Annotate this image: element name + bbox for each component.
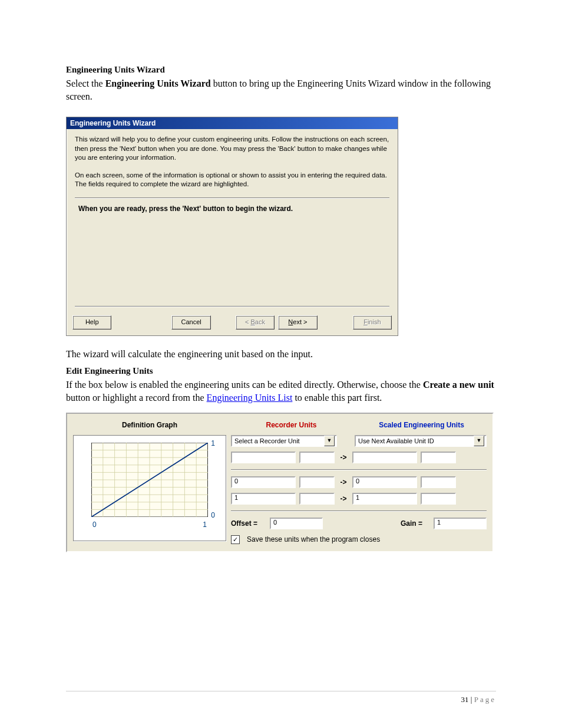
page-word: Page — [474, 695, 496, 704]
recorder-abbr-1-input[interactable] — [299, 452, 335, 463]
divider — [231, 469, 487, 470]
recorder-unit-2-input[interactable] — [299, 493, 335, 505]
scaled-unit-2-input[interactable] — [421, 493, 456, 505]
chevron-down-icon: ▼ — [324, 436, 335, 446]
map-arrow-icon: -> — [338, 453, 349, 462]
divider — [75, 197, 389, 199]
graph-svg — [91, 443, 208, 517]
wizard-title-text: Engineering Units Wizard — [70, 119, 156, 127]
text: inish — [368, 318, 381, 325]
text: B — [251, 318, 255, 325]
header-scaled-units: Scaled Engineering Units — [356, 421, 487, 429]
recorder-unit-select[interactable]: Select a Recorder Unit ▼ — [231, 435, 337, 447]
wizard-ready-text: When you are ready, press the 'Next' but… — [78, 205, 389, 213]
recorder-label-1-input[interactable] — [231, 452, 296, 463]
wizard-paragraph-1: This wizard will help you to define your… — [75, 135, 389, 163]
section-title-edit: Edit Engineering Units — [66, 366, 496, 376]
wizard-calc-paragraph: The wizard will calculate the engineerin… — [66, 348, 496, 361]
finish-button: Finish — [353, 315, 392, 330]
select-value: Select a Recorder Unit — [234, 437, 300, 444]
wizard-dialog: Engineering Units Wizard This wizard wil… — [66, 117, 398, 336]
wizard-intro-paragraph: Select the Engineering Units Wizard butt… — [66, 77, 496, 103]
edit-units-panel: Definition Graph Recorder Units Scaled E… — [66, 413, 494, 552]
text: ext > — [293, 318, 307, 325]
next-button[interactable]: Next > — [278, 315, 317, 330]
graph-xmax: 1 — [203, 521, 207, 529]
header-recorder-units: Recorder Units — [226, 421, 356, 429]
section-title-wizard: Engineering Units Wizard — [66, 65, 496, 75]
text: ack — [255, 318, 265, 325]
offset-label: Offset = — [231, 519, 266, 528]
divider — [231, 510, 487, 512]
scaled-unit-1-input[interactable] — [421, 476, 456, 488]
gain-label: Gain = — [401, 519, 430, 528]
edit-intro-paragraph: If the box below is enabled the engineer… — [66, 378, 496, 404]
page-number: 31 — [461, 695, 469, 704]
recorder-unit-1-input[interactable] — [299, 476, 335, 488]
text: < — [245, 318, 250, 325]
chevron-down-icon: ▼ — [474, 436, 484, 446]
wizard-titlebar: Engineering Units Wizard — [67, 117, 398, 129]
graph-xmin: 0 — [92, 521, 97, 529]
header-definition-graph: Definition Graph — [73, 421, 226, 429]
engineering-units-list-link[interactable]: Engineering Units List — [207, 393, 293, 403]
text: to enable this part first. — [292, 393, 382, 403]
scaled-val-2-input[interactable]: 1 — [352, 493, 417, 505]
graph-ymax: 1 — [211, 439, 215, 447]
divider — [75, 306, 389, 307]
scaled-abbr-1-input[interactable] — [421, 452, 456, 463]
select-value: Use Next Available Unit ID — [358, 437, 434, 444]
text: F — [363, 318, 368, 325]
scaled-label-1-input[interactable] — [352, 452, 417, 463]
text: If the box below is enabled the engineer… — [66, 380, 423, 390]
recorder-val-2-input[interactable]: 1 — [231, 493, 296, 505]
save-units-checkbox[interactable]: ✓ — [231, 535, 240, 544]
scaled-unit-select[interactable]: Use Next Available Unit ID ▼ — [355, 435, 487, 447]
back-button: < Back — [236, 315, 275, 330]
scaled-val-1-input[interactable]: 0 — [352, 476, 417, 488]
map-arrow-icon: -> — [338, 495, 349, 503]
cancel-button[interactable]: Cancel — [171, 315, 210, 330]
text: Select the — [66, 78, 105, 88]
footer-sep: | — [469, 695, 474, 704]
map-arrow-icon: -> — [338, 478, 349, 486]
text-bold: Create a new unit — [423, 380, 494, 390]
text: button or highlight a record from the — [66, 393, 207, 403]
page-footer: 31 | Page — [66, 691, 496, 704]
help-button[interactable]: Help — [72, 315, 111, 330]
wizard-button-bar: Help Cancel < Back Next > Finish — [67, 315, 398, 335]
wizard-paragraph-2: On each screen, some of the information … — [75, 171, 389, 189]
graph-ymin: 0 — [211, 511, 215, 519]
gain-input[interactable]: 1 — [434, 518, 487, 529]
offset-input[interactable]: 0 — [270, 518, 323, 529]
definition-graph: 1 0 0 1 — [73, 435, 226, 541]
recorder-val-1-input[interactable]: 0 — [231, 476, 296, 488]
text-bold: Engineering Units Wizard — [105, 78, 211, 88]
save-units-label: Save these units when the program closes — [247, 535, 380, 543]
